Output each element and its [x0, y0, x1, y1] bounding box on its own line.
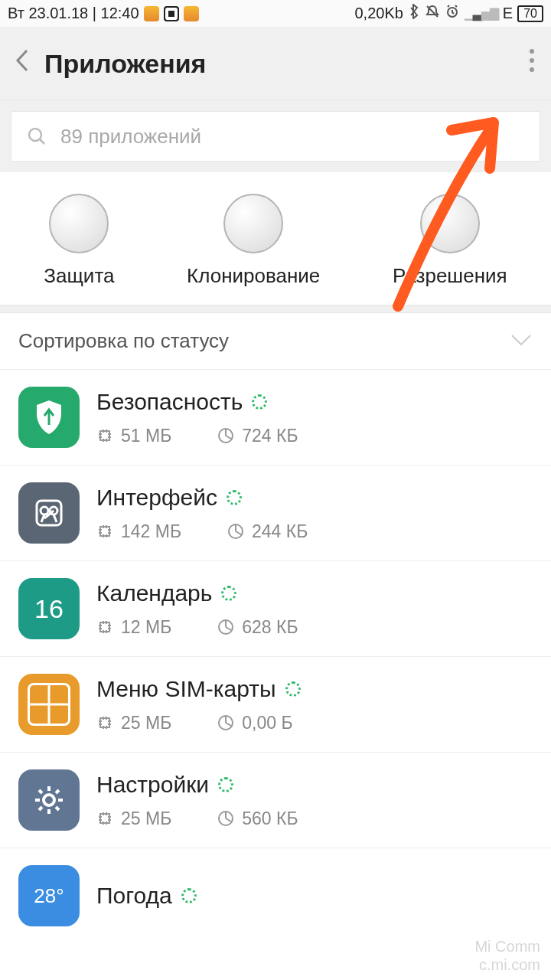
app-storage: 25 МБ: [121, 808, 171, 829]
action-permissions[interactable]: Разрешения: [393, 194, 507, 288]
storage-icon: [96, 714, 113, 731]
loading-icon: [227, 490, 242, 505]
app-storage: 51 МБ: [121, 426, 171, 446]
app-name: Интерфейс: [96, 485, 217, 511]
action-cloning[interactable]: Клонирование: [187, 194, 320, 288]
mute-icon: [425, 4, 440, 23]
sim-app-icon: [18, 674, 80, 735]
search-placeholder: 89 приложений: [60, 125, 201, 149]
app-storage: 142 МБ: [121, 521, 181, 542]
search-icon: [27, 126, 47, 146]
data-icon: [217, 619, 234, 635]
app-row[interactable]: Безопасность 51 МБ 724 КБ: [0, 370, 551, 466]
data-rate: 0,20Kb: [354, 5, 403, 22]
security-app-icon: [18, 387, 80, 448]
svg-rect-9: [100, 622, 109, 632]
sort-label: Сортировка по статусу: [18, 329, 229, 353]
search-container: 89 приложений: [0, 100, 551, 172]
signal-icon: ▁▃▅▇: [465, 6, 498, 21]
loading-icon: [181, 888, 197, 903]
app-name: Безопасность: [96, 389, 243, 415]
more-options-button[interactable]: [530, 49, 534, 72]
svg-rect-11: [100, 718, 109, 727]
status-bar: Вт 23.01.18 | 12:40 0,20Kb ▁▃▅▇ E 70: [0, 0, 551, 28]
search-input[interactable]: 89 приложений: [11, 111, 540, 162]
data-icon: [217, 714, 234, 731]
battery-icon: 70: [517, 5, 543, 22]
loading-icon: [252, 394, 267, 410]
app-name: Настройки: [96, 772, 209, 798]
back-button[interactable]: [14, 47, 44, 80]
action-label: Клонирование: [187, 264, 320, 288]
settings-app-icon: [18, 769, 80, 831]
storage-icon: [96, 810, 113, 827]
svg-rect-2: [100, 431, 109, 440]
weather-app-icon: 28°: [18, 865, 80, 926]
app-name: Меню SIM-карты: [96, 676, 276, 702]
network-type: E: [503, 5, 513, 22]
sort-selector[interactable]: Сортировка по статусу: [0, 313, 551, 370]
calendar-app-icon: 16: [18, 578, 80, 639]
loading-icon: [218, 777, 233, 792]
bluetooth-icon: [408, 4, 420, 23]
data-icon: [217, 810, 234, 827]
app-storage: 25 МБ: [121, 713, 171, 733]
action-label: Защита: [44, 264, 114, 288]
page-title: Приложения: [44, 49, 206, 79]
app-storage: 12 МБ: [121, 617, 171, 638]
app-row[interactable]: Интерфейс 142 МБ 244 КБ: [0, 466, 551, 561]
app-row[interactable]: Меню SIM-карты 25 МБ 0,00 Б: [0, 657, 551, 753]
action-label: Разрешения: [393, 264, 507, 288]
storage-icon: [96, 427, 113, 444]
app-indicator-icon: [164, 6, 179, 21]
data-icon: [227, 523, 244, 540]
action-circle-icon: [49, 194, 109, 253]
battery-level: 70: [517, 5, 543, 22]
app-name: Погода: [96, 883, 172, 909]
loading-icon: [285, 681, 301, 697]
watermark: Mi Comm c.mi.com: [474, 937, 540, 974]
alarm-icon: [445, 4, 460, 23]
svg-rect-14: [100, 814, 109, 823]
app-name: Календарь: [96, 580, 212, 606]
chevron-down-icon: [510, 333, 533, 350]
app-data: 724 КБ: [242, 426, 298, 446]
action-circle-icon: [420, 194, 480, 253]
status-datetime: Вт 23.01.18 | 12:40: [8, 5, 139, 22]
svg-point-13: [44, 795, 54, 805]
quick-actions: Защита Клонирование Разрешения: [0, 172, 551, 305]
svg-point-5: [41, 507, 48, 514]
storage-icon: [96, 523, 113, 540]
action-circle-icon: [223, 194, 283, 253]
app-data: 560 КБ: [242, 808, 298, 829]
interface-app-icon: [18, 482, 80, 544]
storage-icon: [96, 619, 113, 635]
app-data: 628 КБ: [242, 617, 298, 638]
app-data: 244 КБ: [252, 521, 308, 542]
svg-rect-7: [100, 527, 109, 536]
apps-list: Безопасность 51 МБ 724 КБ Интерфейс 142 …: [0, 370, 551, 933]
app-row[interactable]: Настройки 25 МБ 560 КБ: [0, 753, 551, 848]
section-divider: [0, 305, 551, 313]
app-indicator-icon: [144, 6, 159, 21]
action-protection[interactable]: Защита: [44, 194, 114, 288]
loading-icon: [221, 586, 236, 601]
app-indicator-icon: [184, 6, 199, 21]
app-header: Приложения: [0, 28, 551, 100]
app-row[interactable]: 28° Погода: [0, 848, 551, 933]
svg-point-1: [29, 129, 41, 141]
data-icon: [217, 427, 234, 444]
app-data: 0,00 Б: [242, 713, 292, 733]
app-row[interactable]: 16 Календарь 12 МБ 628 КБ: [0, 561, 551, 657]
